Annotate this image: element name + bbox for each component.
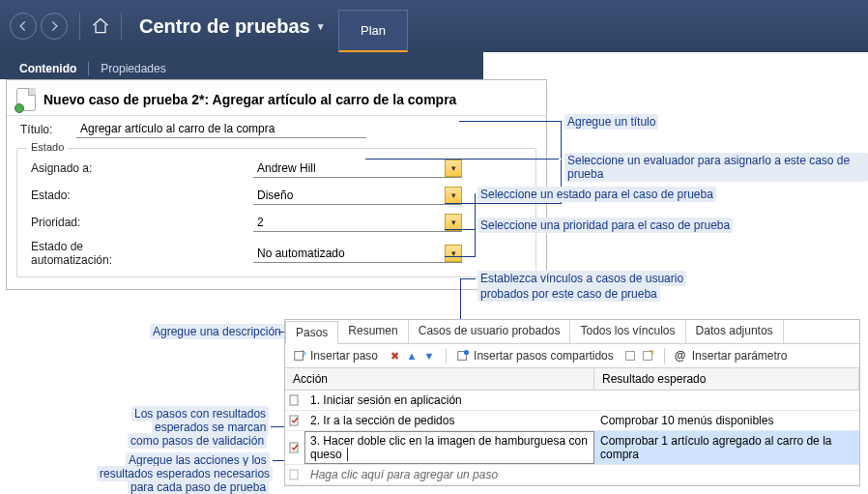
combo-priority-value: 2 — [253, 213, 445, 232]
step-icon — [285, 465, 304, 484]
combo-state[interactable]: Diseño ▾ — [253, 186, 462, 205]
mini-toolbar-2 — [623, 349, 654, 363]
placeholder-text: Haga clic aquí para agregar un paso — [304, 465, 594, 484]
fieldset-legend: Estado — [27, 141, 68, 153]
tab-userstories[interactable]: Casos de usuario probados — [409, 320, 571, 343]
panel-title: Nuevo caso de prueba 2*: Agregar artícul… — [43, 92, 456, 107]
table-row[interactable]: 2. Ir a la sección de pedidos Comprobar … — [285, 411, 859, 431]
combo-automation[interactable]: No automatizado ▾ — [253, 244, 462, 263]
app-title[interactable]: Centro de pruebas ▼ — [139, 15, 326, 38]
app-title-text: Centro de pruebas — [139, 15, 310, 38]
forward-button[interactable] — [41, 13, 68, 40]
separator — [79, 13, 80, 40]
new-shared-icon[interactable] — [641, 349, 654, 363]
col-action: Acción — [285, 368, 594, 390]
btn-insert-param[interactable]: @ Insertar parámetro — [675, 349, 788, 363]
combo-assigned-value: Andrew Hill — [253, 159, 445, 178]
separator — [88, 62, 89, 75]
connector-line — [460, 278, 476, 279]
subheader: Contenido Propiedades — [0, 52, 483, 79]
step-expected — [594, 391, 859, 410]
annotation-steps-c: para cada paso de prueba — [128, 479, 269, 494]
label-state: Estado: — [31, 189, 166, 202]
step-expected — [594, 465, 859, 484]
tab-plan-label: Plan — [361, 23, 386, 38]
combo-state-value: Diseño — [253, 186, 445, 205]
grid-body: 1. Iniciar sesión en aplicación 2. Ir a … — [285, 391, 859, 485]
tab-steps[interactable]: Pasos — [285, 321, 338, 344]
step-num: 1. — [310, 393, 320, 407]
step-action: Iniciar sesión en aplicación — [323, 393, 461, 407]
svg-rect-4 — [643, 352, 651, 361]
step-expected: Comprobar 1 artículo agregado al carro d… — [594, 431, 859, 464]
tab-summary[interactable]: Resumen — [338, 320, 408, 343]
subtab-content[interactable]: Contenido — [12, 58, 84, 79]
step-icon — [285, 391, 304, 410]
btn-insert-step[interactable]: Insertar paso — [293, 349, 378, 363]
col-expected: Resultado esperado — [594, 368, 859, 390]
app-header: Centro de pruebas ▼ Plan — [0, 0, 868, 52]
btn-insert-shared-label: Insertar pasos compartidos — [474, 349, 614, 363]
steps-card: Pasos Resumen Casos de usuario probados … — [284, 319, 860, 486]
label-automation: Estado de automatización: — [31, 240, 166, 267]
annotation-validation-c: como pasos de validación — [128, 433, 267, 449]
callout-title: Agregue un título — [564, 114, 658, 130]
callout-links-a: Establezca vínculos a casos de usuario — [477, 271, 686, 286]
svg-rect-0 — [295, 352, 304, 361]
delete-icon[interactable]: ✖ — [388, 349, 401, 363]
combo-assigned[interactable]: Andrew Hill ▾ — [253, 159, 462, 178]
tab-plan[interactable]: Plan — [338, 10, 408, 52]
step-action: Hacer doble clic en la imagen de hamburg… — [310, 434, 588, 461]
step-expected: Comprobar 10 menús disponibles — [594, 411, 859, 430]
combo-automation-value: No automatizado — [253, 244, 445, 263]
shared-icon[interactable] — [623, 349, 637, 363]
svg-point-2 — [464, 350, 469, 355]
separator — [121, 13, 122, 40]
callout-links-b: probados por este caso de prueba — [477, 286, 660, 302]
svg-rect-7 — [290, 443, 298, 452]
step-num: 2. — [310, 414, 320, 427]
steps-toolbar: Insertar paso ✖ ▲ ▼ Insertar pasos compa… — [285, 344, 859, 368]
callout-state: Seleccione un estado para el caso de pru… — [477, 187, 716, 202]
back-button[interactable] — [10, 13, 37, 40]
label-assigned: Asignado a: — [31, 161, 166, 175]
combo-priority[interactable]: 2 ▾ — [253, 213, 462, 232]
insert-shared-icon — [456, 349, 470, 363]
document-icon — [16, 88, 36, 111]
panel-title-row: Nuevo caso de prueba 2*: Agregar artícul… — [7, 80, 546, 116]
svg-rect-6 — [290, 416, 298, 425]
annotation-description: Agregue una descripción — [150, 324, 284, 339]
connector-line — [459, 121, 562, 159]
label-priority: Prioridad: — [31, 216, 166, 229]
table-row-placeholder[interactable]: Haga clic aquí para agregar un paso — [285, 465, 859, 485]
callout-priority: Seleccione una prioridad para el caso de… — [477, 218, 733, 233]
step-num: 3. — [310, 434, 320, 448]
card-tabs: Pasos Resumen Casos de usuario probados … — [285, 320, 859, 344]
arrow-down-icon[interactable]: ▼ — [422, 349, 436, 363]
tab-links[interactable]: Todos los vínculos — [570, 320, 685, 343]
btn-insert-step-label: Insertar paso — [310, 349, 378, 363]
at-icon: @ — [675, 349, 688, 363]
caret-down-icon: ▼ — [316, 21, 326, 32]
grid-header: Acción Resultado esperado — [285, 368, 859, 391]
svg-rect-3 — [625, 352, 634, 361]
svg-rect-5 — [290, 395, 298, 405]
separator — [664, 348, 665, 363]
insert-step-icon — [293, 349, 306, 363]
subtab-properties[interactable]: Propiedades — [93, 58, 173, 79]
btn-insert-shared[interactable]: Insertar pasos compartidos — [456, 349, 614, 363]
table-row[interactable]: 1. Iniciar sesión en aplicación — [285, 391, 859, 411]
btn-insert-param-label: Insertar parámetro — [692, 349, 788, 363]
arrow-up-icon[interactable]: ▲ — [405, 349, 419, 363]
validated-step-icon — [285, 411, 304, 430]
input-title[interactable] — [76, 120, 366, 138]
separator — [446, 348, 447, 363]
mini-toolbar: ✖ ▲ ▼ — [388, 349, 436, 363]
svg-rect-8 — [290, 470, 298, 479]
label-title: Título: — [20, 123, 69, 136]
connector-line — [445, 224, 476, 257]
table-row[interactable]: 3. Hacer doble clic en la imagen de hamb… — [285, 431, 859, 465]
tab-attachments[interactable]: Datos adjuntos — [686, 320, 784, 343]
callout-evaluator: Seleccione un evaluador para asignarlo a… — [564, 153, 868, 182]
home-button[interactable] — [88, 14, 113, 39]
